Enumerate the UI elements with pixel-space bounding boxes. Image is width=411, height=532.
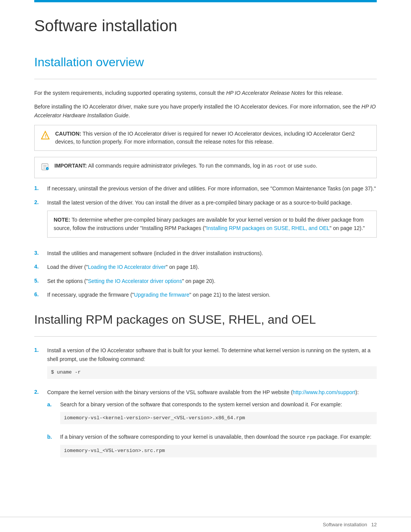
list-item-6: If necessary, upgrade the firmware ("Upg… (34, 291, 377, 299)
section1-list: If necessary, uninstall the previous ver… (34, 184, 377, 299)
section2-divider (34, 336, 377, 337)
note-link[interactable]: Installing RPM packages on SUSE, RHEL, a… (206, 225, 330, 231)
section-installation-overview: Installation overview For the system req… (34, 53, 377, 299)
page-title: Software installation (34, 14, 377, 38)
list-item-2: Install the latest version of the driver… (34, 198, 377, 244)
section1-para1: For the system requirements, including s… (34, 89, 377, 97)
hp-support-link[interactable]: http://www.hp.com/support (293, 389, 355, 395)
section2-subitem-b: If a binary version of the software corr… (47, 433, 377, 461)
list-item-3-text: Install the utilities and management sof… (47, 250, 263, 256)
svg-text:✓: ✓ (47, 168, 49, 170)
important-code1: root (274, 163, 286, 169)
code-uname: $ uname -r (47, 366, 377, 379)
section1-heading: Installation overview (34, 53, 377, 71)
important-content: IMPORTANT: All commands require administ… (54, 162, 317, 170)
important-icon: ✓ (41, 163, 49, 173)
caution-icon: ! (41, 131, 50, 142)
section2-list: Install a version of the IO Accelerator … (34, 346, 377, 466)
important-box: ✓ IMPORTANT: All commands require admini… (34, 157, 377, 178)
list-item-2-text: Install the latest version of the driver… (47, 200, 352, 206)
caution-content: CAUTION: This version of the IO Accelera… (55, 130, 370, 146)
footer: Software installation 12 (0, 517, 411, 532)
list-item-5-link[interactable]: Setting the IO Accelerator driver option… (88, 278, 182, 284)
caution-label: CAUTION: (55, 131, 81, 137)
list-item-1-text: If necessary, uninstall the previous ver… (47, 185, 376, 192)
section2-subitem-a: Search for a binary version of the softw… (47, 400, 377, 428)
note-label: NOTE: (54, 217, 70, 223)
caution-text: This version of the IO Accelerator drive… (55, 131, 355, 145)
important-label: IMPORTANT: (54, 163, 87, 169)
important-code2: sudo (304, 163, 316, 169)
list-item-6-link[interactable]: Upgrading the firmware (134, 292, 190, 298)
footer-text: Software installation 12 (323, 521, 377, 529)
list-item-3: Install the utilities and management sof… (34, 249, 377, 257)
section-rpm-packages: Installing RPM packages on SUSE, RHEL, a… (34, 310, 377, 466)
list-item-5: Set the options ("Setting the IO Acceler… (34, 277, 377, 285)
list-item-4: Load the driver ("Loading the IO Acceler… (34, 263, 377, 271)
section2-heading: Installing RPM packages on SUSE, RHEL, a… (34, 310, 377, 329)
section2-sublist: Search for a binary version of the softw… (47, 400, 377, 461)
list-item-4-link[interactable]: Loading the IO Accelerator driver (88, 264, 166, 270)
code-rpm-inline: rpm (307, 435, 315, 440)
section2-list-item-2: Compare the kernel version with the bina… (34, 388, 377, 466)
code-rpm-binary: iomemory-vsl-<kernel-version>-server_<VS… (60, 412, 377, 425)
note-box-item2: NOTE: To determine whether pre-compiled … (47, 211, 377, 238)
section1-divider (34, 79, 377, 79)
caution-box: ! CAUTION: This version of the IO Accele… (34, 125, 377, 151)
code-rpm-source: iomemory-vsl_<VSL-version>.src.rpm (60, 445, 377, 457)
svg-text:!: ! (45, 133, 46, 139)
top-border (34, 0, 377, 2)
section2-list-item-1: Install a version of the IO Accelerator … (34, 346, 377, 383)
list-item-1: If necessary, uninstall the previous ver… (34, 184, 377, 193)
page: Software installation Installation overv… (0, 0, 411, 532)
section1-para2: Before installing the IO Accelerator dri… (34, 102, 377, 120)
